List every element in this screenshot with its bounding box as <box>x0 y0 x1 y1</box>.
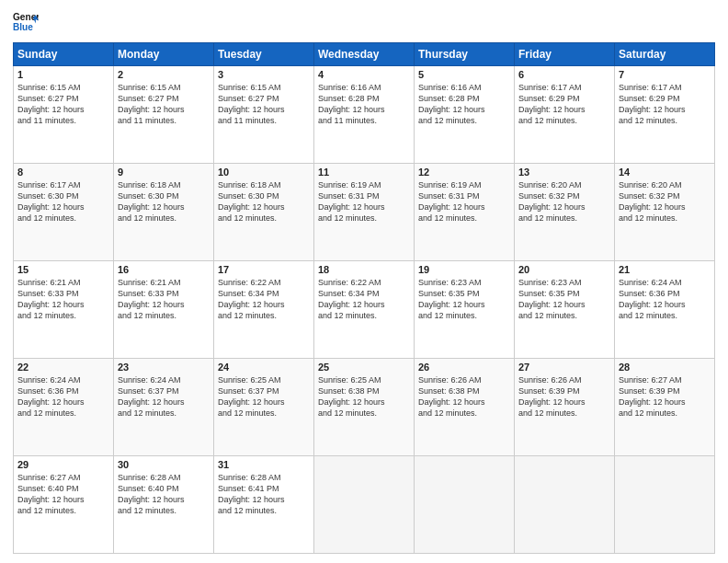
day-number: 12 <box>418 167 510 178</box>
day-number: 19 <box>418 264 510 275</box>
day-number: 15 <box>17 264 109 275</box>
day-info: Sunrise: 6:24 AMSunset: 6:37 PMDaylight:… <box>118 374 210 419</box>
calendar-day-cell <box>615 456 715 554</box>
day-number: 31 <box>218 459 310 470</box>
calendar-day-cell: 17Sunrise: 6:22 AMSunset: 6:34 PMDayligh… <box>214 261 314 359</box>
calendar-day-cell: 10Sunrise: 6:18 AMSunset: 6:30 PMDayligh… <box>214 164 314 261</box>
weekday-header: Wednesday <box>314 43 415 66</box>
day-info: Sunrise: 6:15 AMSunset: 6:27 PMDaylight:… <box>118 82 210 127</box>
calendar-day-cell: 28Sunrise: 6:27 AMSunset: 6:39 PMDayligh… <box>615 359 715 456</box>
calendar-day-cell: 16Sunrise: 6:21 AMSunset: 6:33 PMDayligh… <box>114 261 214 359</box>
calendar-day-cell: 13Sunrise: 6:20 AMSunset: 6:32 PMDayligh… <box>515 164 615 261</box>
day-number: 17 <box>218 264 310 275</box>
day-info: Sunrise: 6:24 AMSunset: 6:36 PMDaylight:… <box>17 374 109 419</box>
day-info: Sunrise: 6:15 AMSunset: 6:27 PMDaylight:… <box>17 82 109 127</box>
day-number: 4 <box>318 69 410 80</box>
day-number: 11 <box>318 167 410 178</box>
day-number: 16 <box>118 264 210 275</box>
calendar-day-cell: 2Sunrise: 6:15 AMSunset: 6:27 PMDaylight… <box>114 66 214 164</box>
calendar-day-cell: 14Sunrise: 6:20 AMSunset: 6:32 PMDayligh… <box>615 164 715 261</box>
calendar-day-cell: 5Sunrise: 6:16 AMSunset: 6:28 PMDaylight… <box>415 66 515 164</box>
weekday-header: Sunday <box>14 43 114 66</box>
day-number: 6 <box>518 69 610 80</box>
generalblue-logo-icon: General Blue <box>13 9 39 35</box>
calendar-day-cell: 3Sunrise: 6:15 AMSunset: 6:27 PMDaylight… <box>214 66 314 164</box>
header: General Blue <box>13 9 715 35</box>
calendar-day-cell: 23Sunrise: 6:24 AMSunset: 6:37 PMDayligh… <box>114 359 214 456</box>
day-number: 27 <box>518 362 610 373</box>
day-info: Sunrise: 6:17 AMSunset: 6:29 PMDaylight:… <box>619 82 711 127</box>
day-info: Sunrise: 6:20 AMSunset: 6:32 PMDaylight:… <box>619 179 711 224</box>
day-number: 21 <box>619 264 711 275</box>
calendar-day-cell: 15Sunrise: 6:21 AMSunset: 6:33 PMDayligh… <box>14 261 114 359</box>
day-info: Sunrise: 6:18 AMSunset: 6:30 PMDaylight:… <box>118 179 210 224</box>
calendar-day-cell: 31Sunrise: 6:28 AMSunset: 6:41 PMDayligh… <box>214 456 314 554</box>
calendar-day-cell: 6Sunrise: 6:17 AMSunset: 6:29 PMDaylight… <box>515 66 615 164</box>
day-info: Sunrise: 6:21 AMSunset: 6:33 PMDaylight:… <box>17 277 109 322</box>
day-info: Sunrise: 6:26 AMSunset: 6:38 PMDaylight:… <box>418 374 510 419</box>
day-number: 3 <box>218 69 310 80</box>
page: General Blue SundayMondayTuesdayWednesda… <box>0 0 728 563</box>
day-info: Sunrise: 6:17 AMSunset: 6:30 PMDaylight:… <box>17 179 109 224</box>
day-info: Sunrise: 6:25 AMSunset: 6:38 PMDaylight:… <box>318 374 410 419</box>
day-info: Sunrise: 6:17 AMSunset: 6:29 PMDaylight:… <box>518 82 610 127</box>
day-number: 2 <box>118 69 210 80</box>
calendar-day-cell: 20Sunrise: 6:23 AMSunset: 6:35 PMDayligh… <box>515 261 615 359</box>
day-number: 10 <box>218 167 310 178</box>
day-info: Sunrise: 6:15 AMSunset: 6:27 PMDaylight:… <box>218 82 310 127</box>
calendar-week-row: 22Sunrise: 6:24 AMSunset: 6:36 PMDayligh… <box>14 359 715 456</box>
weekday-header: Saturday <box>615 43 715 66</box>
day-number: 28 <box>619 362 711 373</box>
calendar-week-row: 29Sunrise: 6:27 AMSunset: 6:40 PMDayligh… <box>14 456 715 554</box>
calendar-header-row: SundayMondayTuesdayWednesdayThursdayFrid… <box>14 43 715 66</box>
day-number: 25 <box>318 362 410 373</box>
weekday-header: Thursday <box>415 43 515 66</box>
day-number: 24 <box>218 362 310 373</box>
calendar-day-cell: 30Sunrise: 6:28 AMSunset: 6:40 PMDayligh… <box>114 456 214 554</box>
day-info: Sunrise: 6:16 AMSunset: 6:28 PMDaylight:… <box>418 82 510 127</box>
day-number: 5 <box>418 69 510 80</box>
calendar-day-cell: 9Sunrise: 6:18 AMSunset: 6:30 PMDaylight… <box>114 164 214 261</box>
calendar-week-row: 1Sunrise: 6:15 AMSunset: 6:27 PMDaylight… <box>14 66 715 164</box>
weekday-header: Monday <box>114 43 214 66</box>
calendar-day-cell: 26Sunrise: 6:26 AMSunset: 6:38 PMDayligh… <box>415 359 515 456</box>
calendar-day-cell: 25Sunrise: 6:25 AMSunset: 6:38 PMDayligh… <box>314 359 415 456</box>
day-info: Sunrise: 6:23 AMSunset: 6:35 PMDaylight:… <box>418 277 510 322</box>
day-info: Sunrise: 6:19 AMSunset: 6:31 PMDaylight:… <box>418 179 510 224</box>
day-number: 29 <box>17 459 109 470</box>
calendar-day-cell: 1Sunrise: 6:15 AMSunset: 6:27 PMDaylight… <box>14 66 114 164</box>
calendar-day-cell: 27Sunrise: 6:26 AMSunset: 6:39 PMDayligh… <box>515 359 615 456</box>
day-number: 9 <box>118 167 210 178</box>
day-info: Sunrise: 6:16 AMSunset: 6:28 PMDaylight:… <box>318 82 410 127</box>
calendar-day-cell: 12Sunrise: 6:19 AMSunset: 6:31 PMDayligh… <box>415 164 515 261</box>
weekday-header: Friday <box>515 43 615 66</box>
day-info: Sunrise: 6:22 AMSunset: 6:34 PMDaylight:… <box>318 277 410 322</box>
day-number: 20 <box>518 264 610 275</box>
svg-text:Blue: Blue <box>13 22 33 32</box>
calendar-week-row: 8Sunrise: 6:17 AMSunset: 6:30 PMDaylight… <box>14 164 715 261</box>
day-info: Sunrise: 6:28 AMSunset: 6:40 PMDaylight:… <box>118 472 210 517</box>
calendar-day-cell: 21Sunrise: 6:24 AMSunset: 6:36 PMDayligh… <box>615 261 715 359</box>
calendar-day-cell: 18Sunrise: 6:22 AMSunset: 6:34 PMDayligh… <box>314 261 415 359</box>
day-number: 23 <box>118 362 210 373</box>
day-number: 22 <box>17 362 109 373</box>
day-info: Sunrise: 6:28 AMSunset: 6:41 PMDaylight:… <box>218 472 310 517</box>
day-info: Sunrise: 6:26 AMSunset: 6:39 PMDaylight:… <box>518 374 610 419</box>
calendar-day-cell <box>515 456 615 554</box>
day-info: Sunrise: 6:20 AMSunset: 6:32 PMDaylight:… <box>518 179 610 224</box>
day-number: 1 <box>17 69 109 80</box>
day-info: Sunrise: 6:24 AMSunset: 6:36 PMDaylight:… <box>619 277 711 322</box>
day-number: 7 <box>619 69 711 80</box>
calendar-day-cell: 4Sunrise: 6:16 AMSunset: 6:28 PMDaylight… <box>314 66 415 164</box>
calendar-table: SundayMondayTuesdayWednesdayThursdayFrid… <box>13 42 715 554</box>
calendar-day-cell: 8Sunrise: 6:17 AMSunset: 6:30 PMDaylight… <box>14 164 114 261</box>
calendar-day-cell: 19Sunrise: 6:23 AMSunset: 6:35 PMDayligh… <box>415 261 515 359</box>
logo: General Blue <box>13 9 39 35</box>
calendar-body: 1Sunrise: 6:15 AMSunset: 6:27 PMDaylight… <box>14 66 715 554</box>
weekday-header: Tuesday <box>214 43 314 66</box>
calendar-day-cell <box>415 456 515 554</box>
day-info: Sunrise: 6:18 AMSunset: 6:30 PMDaylight:… <box>218 179 310 224</box>
day-info: Sunrise: 6:27 AMSunset: 6:39 PMDaylight:… <box>619 374 711 419</box>
calendar-day-cell: 22Sunrise: 6:24 AMSunset: 6:36 PMDayligh… <box>14 359 114 456</box>
day-info: Sunrise: 6:22 AMSunset: 6:34 PMDaylight:… <box>218 277 310 322</box>
